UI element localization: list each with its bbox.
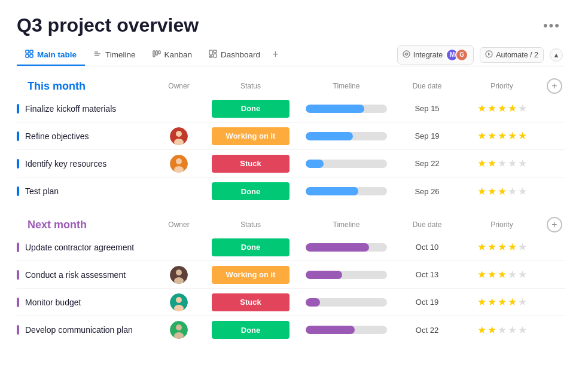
- main-table-icon: [25, 50, 33, 60]
- cell-priority-4: ★ ★ ★ ★ ★: [460, 182, 544, 201]
- stars-4: ★ ★ ★ ★ ★: [477, 185, 527, 198]
- cell-owner-5: [155, 244, 203, 251]
- row-name-4: Test plan: [17, 180, 155, 202]
- tab-dashboard[interactable]: Dashboard: [200, 45, 269, 66]
- col-owner-2: Owner: [155, 220, 203, 229]
- table-row: Develop communication plan Done: [17, 316, 565, 344]
- integrate-label: Integrate: [413, 51, 443, 59]
- col-status-1: Status: [203, 82, 298, 90]
- timeline-bar-3: [306, 160, 324, 168]
- section-next-month: Next month Owner Status Timeline Due dat…: [17, 217, 565, 344]
- status-badge-6[interactable]: Working on it: [212, 266, 290, 284]
- avatar-2: G: [455, 48, 468, 62]
- cell-extra-4: [544, 188, 565, 195]
- automate-button[interactable]: Automate / 2: [480, 47, 544, 63]
- cell-owner-4: [155, 188, 203, 195]
- row-name-8: Develop communication plan: [17, 319, 155, 341]
- status-badge-1[interactable]: Done: [212, 100, 290, 118]
- add-tab-button[interactable]: +: [269, 44, 282, 66]
- svg-rect-9: [159, 51, 160, 54]
- status-badge-2[interactable]: Working on it: [212, 127, 290, 145]
- cell-timeline-1: [298, 101, 394, 117]
- integrate-icon: [403, 50, 410, 60]
- tab-timeline[interactable]: Timeline: [85, 45, 144, 66]
- section-this-month: This month Owner Status Timeline Due dat…: [17, 78, 565, 205]
- more-menu-button[interactable]: •••: [538, 16, 565, 36]
- cell-owner-7: [155, 290, 203, 315]
- collapse-button[interactable]: ▲: [550, 48, 563, 62]
- stars-1: ★ ★ ★ ★ ★: [477, 102, 527, 115]
- avatar-person-green: [170, 321, 188, 339]
- cell-priority-5: ★ ★ ★ ★ ★: [460, 237, 544, 257]
- row-name-7: Monitor budget: [17, 292, 155, 313]
- col-priority-2: Priority: [460, 220, 544, 229]
- status-badge-8[interactable]: Done: [212, 321, 290, 339]
- stars-5: ★ ★ ★ ★ ★: [477, 241, 527, 253]
- avatar-group: M G: [446, 48, 468, 62]
- cell-duedate-8: Oct 22: [394, 322, 460, 338]
- cell-owner-1: [155, 105, 203, 112]
- cell-status-7[interactable]: Stuck: [203, 290, 298, 315]
- row-accent-8: [17, 325, 19, 335]
- add-column-button-2[interactable]: +: [547, 217, 562, 232]
- status-badge-4[interactable]: Done: [212, 182, 290, 200]
- cell-status-8[interactable]: Done: [203, 317, 298, 342]
- status-badge-3[interactable]: Stuck: [212, 155, 290, 173]
- status-badge-7[interactable]: Stuck: [212, 293, 290, 311]
- tabs-row: Main table Timeline Kanban Dashboard +: [17, 44, 565, 66]
- status-badge-5[interactable]: Done: [212, 238, 290, 256]
- stars-3: ★ ★ ★ ★ ★: [477, 157, 527, 170]
- svg-rect-8: [156, 51, 157, 55]
- timeline-bar-wrap-7: [306, 298, 387, 307]
- row-accent-5: [17, 243, 19, 252]
- cell-status-4[interactable]: Done: [203, 179, 298, 204]
- svg-rect-7: [153, 51, 155, 57]
- tab-main-table[interactable]: Main table: [17, 45, 85, 66]
- timeline-bar-wrap-8: [306, 326, 387, 334]
- row-accent-2: [17, 131, 19, 141]
- svg-point-14: [403, 51, 410, 57]
- cell-timeline-5: [298, 240, 394, 255]
- table-row: Update contractor agreement Done Oct 10 …: [17, 234, 565, 261]
- cell-duedate-1: Sep 15: [394, 100, 460, 117]
- cell-status-2[interactable]: Working on it: [203, 124, 298, 149]
- automate-icon: [485, 50, 493, 60]
- cell-owner-6: [155, 262, 203, 287]
- col-timeline-2: Timeline: [298, 220, 394, 229]
- cell-status-5[interactable]: Done: [203, 235, 298, 260]
- add-column-button-1[interactable]: +: [547, 78, 562, 94]
- svg-point-23: [176, 270, 182, 275]
- cell-status-3[interactable]: Stuck: [203, 151, 298, 176]
- cell-status-1[interactable]: Done: [203, 96, 298, 121]
- cell-owner-8: [155, 317, 203, 342]
- stars-6: ★ ★ ★ ★ ★: [477, 268, 527, 281]
- row-accent-6: [17, 270, 19, 280]
- tab-kanban[interactable]: Kanban: [144, 45, 201, 66]
- row-accent-7: [17, 298, 19, 307]
- cell-status-6[interactable]: Working on it: [203, 262, 298, 287]
- svg-rect-11: [214, 50, 217, 53]
- timeline-bar-wrap-2: [306, 132, 387, 140]
- avatar-person-brown: [170, 266, 188, 284]
- cell-priority-7: ★ ★ ★ ★ ★: [460, 292, 544, 312]
- cell-priority-6: ★ ★ ★ ★ ★: [460, 265, 544, 284]
- cell-priority-8: ★ ★ ★ ★ ★: [460, 320, 544, 340]
- col-priority-1: Priority: [460, 82, 544, 90]
- timeline-icon: [93, 50, 102, 60]
- cell-priority-3: ★ ★ ★ ★ ★: [460, 154, 544, 173]
- cell-timeline-8: [298, 322, 394, 338]
- row-name-3: Identify key resources: [17, 153, 155, 174]
- row-accent-3: [17, 159, 19, 169]
- timeline-bar-wrap-1: [306, 105, 387, 113]
- table-row: Monitor budget Stuck: [17, 289, 565, 316]
- tab-actions: Integrate M G Automate / 2 ▲: [397, 45, 565, 65]
- table-row: Finalize kickoff materials Done Sep 15 ★: [17, 95, 565, 122]
- svg-rect-1: [30, 50, 33, 53]
- svg-point-17: [176, 131, 182, 137]
- stars-2: ★ ★ ★ ★ ★: [477, 130, 527, 142]
- cell-timeline-3: [298, 156, 394, 172]
- svg-rect-0: [26, 50, 29, 53]
- timeline-bar-wrap-4: [306, 187, 387, 195]
- integrate-button[interactable]: Integrate M G: [397, 45, 474, 65]
- kanban-icon: [153, 50, 161, 60]
